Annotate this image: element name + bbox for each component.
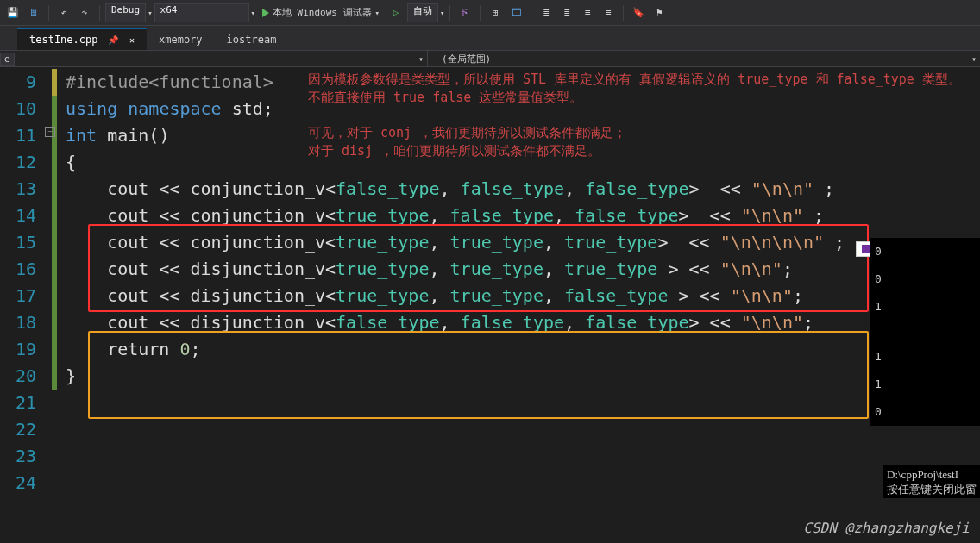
explorer-icon[interactable]: 🗔	[506, 3, 525, 22]
console-footer: D:\cppProj\testI 按任意键关闭此窗	[883, 465, 980, 498]
tab-iostream[interactable]: iostream	[215, 28, 289, 50]
fold-icon[interactable]: −	[45, 127, 55, 137]
save-all-icon[interactable]: 🗎	[24, 3, 43, 22]
bookmark-icon[interactable]: 🔖	[629, 3, 648, 22]
auto-dropdown[interactable]: 自动	[407, 3, 438, 22]
config-dropdown[interactable]: Debug	[105, 3, 146, 22]
line-gutter: 9101112 13141516 17181920 21222324	[0, 67, 45, 543]
new-item-icon[interactable]: ⊞	[486, 3, 505, 22]
highlight-box-conj	[88, 224, 869, 312]
highlight-box-disj	[88, 331, 869, 419]
indent-inc-icon[interactable]: ≣	[557, 3, 576, 22]
flag-icon[interactable]: ⚑	[650, 3, 669, 22]
redo-icon[interactable]: ↷	[75, 3, 94, 22]
comment-annot-3: 可见，对于 conj ，我们更期待所以测试条件都满足；	[308, 124, 626, 142]
undo-icon[interactable]: ↶	[54, 3, 73, 22]
console-output: 0 0 1 1 1 0	[870, 238, 980, 426]
run-debug-button[interactable]: 本地 Windows 调试器 ▾	[257, 6, 385, 19]
tab-testine[interactable]: testIne.cpp 📌 ✕	[17, 28, 147, 50]
scope-global-dropdown[interactable]: (全局范围) ▾	[428, 51, 980, 66]
platform-dropdown[interactable]: x64	[154, 3, 249, 22]
comment-annot-2: 不能直接使用 true false 这些常量值类型。	[308, 89, 582, 107]
play-icon	[262, 9, 269, 17]
comment-annot-4: 对于 disj ，咱们更期待所以测试条件都不满足。	[308, 142, 600, 160]
code-editor[interactable]: 9101112 13141516 17181920 21222324 #incl…	[0, 67, 980, 543]
scope-bar: e ▾ (全局范围) ▾	[0, 50, 980, 67]
indent-dec-icon[interactable]: ≣	[537, 3, 556, 22]
run-label: 本地 Windows 调试器	[273, 6, 372, 19]
tab-xmemory[interactable]: xmemory	[147, 28, 215, 50]
comment-annot-1: 因为模板参数得是类类型，所以使用 STL 库里定义的有 真假逻辑语义的 true…	[308, 71, 961, 89]
run-noDebug-icon[interactable]: ▷	[386, 3, 405, 22]
code-text[interactable]: #include<functional> using namespace std…	[45, 67, 980, 543]
chevron-down-icon: ▾	[971, 54, 977, 64]
comment-icon[interactable]: ≡	[578, 3, 597, 22]
save-icon[interactable]: 💾	[3, 3, 22, 22]
toolbar-icon-1[interactable]: ⎘	[455, 3, 474, 22]
chevron-down-icon: ▾	[418, 54, 424, 64]
pin-icon[interactable]: 📌	[108, 35, 118, 45]
main-toolbar: 💾 🗎 ↶ ↷ Debug ▾ x64 ▾ 本地 Windows 调试器 ▾ ▷…	[0, 0, 980, 26]
close-icon[interactable]: ✕	[129, 35, 135, 45]
editor-tabs: testIne.cpp 📌 ✕ xmemory iostream	[0, 26, 980, 50]
uncomment-icon[interactable]: ≡	[599, 3, 618, 22]
scope-left-dropdown[interactable]: e ▾	[0, 51, 428, 66]
watermark: CSDN @zhangzhangkeji	[803, 520, 970, 536]
